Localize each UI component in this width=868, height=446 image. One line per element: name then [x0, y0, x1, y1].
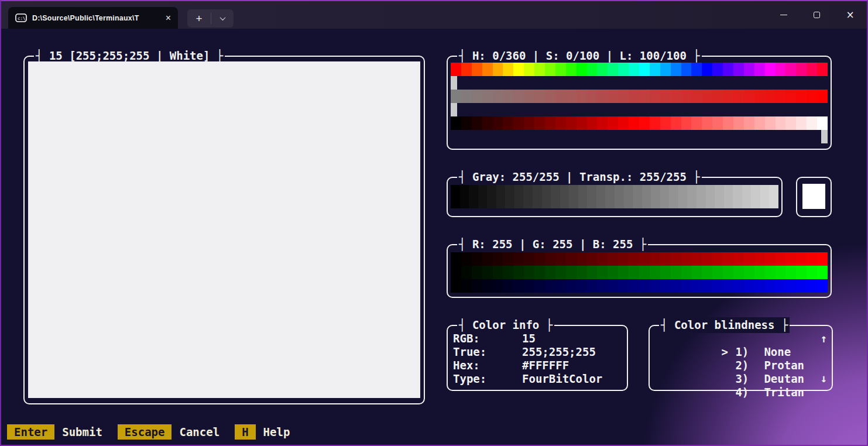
color-preview-swatch	[28, 61, 420, 398]
info-value: #FFFFFF	[522, 359, 569, 372]
new-tab-button[interactable]: +	[187, 13, 211, 24]
item-number: 1)	[735, 345, 764, 359]
info-label: RGB:	[453, 332, 522, 345]
svg-text:c:\: c:\	[18, 16, 26, 21]
selection-marker	[721, 386, 735, 399]
close-icon: ×	[846, 10, 854, 20]
gray-transparency-box: ┤ Gray: 255/255 | Transp.: 255/255 ├	[447, 177, 783, 217]
info-row-true: True:255;255;255	[453, 345, 625, 359]
info-value: 255;255;255	[522, 345, 596, 358]
hint-action-label: Help	[263, 424, 290, 440]
hue-slider-thumb[interactable]	[451, 76, 457, 90]
item-number: 2)	[735, 359, 764, 372]
escape-key-badge[interactable]: Escape	[118, 424, 172, 440]
item-number: 4)	[735, 386, 764, 399]
current-color-swatch	[802, 184, 825, 209]
color-info-rows: RGB:15 True:255;255;255 Hex:#FFFFFF Type…	[453, 332, 625, 386]
info-label: Hex:	[453, 359, 522, 372]
color-preview-box: ┤ 15 [255;255;255 | White] ├	[23, 56, 425, 404]
hint-help: H Help	[235, 424, 290, 440]
help-key-badge[interactable]: H	[235, 424, 255, 440]
titlebar: c:\ D:\Source\Public\Terminaux\T × + ×	[1, 1, 867, 29]
blindness-item-none[interactable]: >1)None	[654, 332, 804, 345]
maximize-icon	[814, 12, 820, 18]
hsl-sliders-box: ┤ H: 0/360 | S: 0/100 | L: 100/100 ├	[447, 56, 832, 150]
info-row-type: Type:FourBitColor	[453, 372, 625, 386]
info-value: FourBitColor	[522, 372, 602, 385]
item-label: Deutan	[764, 372, 804, 385]
info-value: 15	[522, 332, 536, 345]
hsl-title: ┤ H: 0/360 | S: 0/100 | L: 100/100 ├	[457, 48, 702, 64]
chevron-down-icon	[219, 15, 225, 20]
saturation-slider-thumb[interactable]	[451, 103, 457, 116]
hue-slider[interactable]	[451, 63, 828, 76]
red-slider[interactable]	[451, 252, 828, 266]
lightness-slider[interactable]	[451, 116, 828, 130]
terminal-window: c:\ D:\Source\Public\Terminaux\T × + × ┤…	[0, 0, 868, 446]
rgb-title: ┤ R: 255 | G: 255 | B: 255 ├	[457, 236, 648, 252]
info-label: True:	[453, 345, 522, 359]
color-blindness-title: ┤ Color blindness ├	[659, 317, 790, 333]
enter-key-badge[interactable]: Enter	[7, 424, 54, 440]
info-row-rgb: RGB:15	[453, 332, 625, 345]
keybinding-hints: Enter Submit Escape Cancel H Help	[7, 424, 290, 440]
scroll-down-icon[interactable]: ↓	[821, 372, 827, 385]
window-controls: ×	[767, 1, 867, 29]
selection-marker: >	[721, 345, 735, 359]
info-label: Type:	[453, 372, 522, 386]
blue-slider[interactable]	[451, 279, 828, 293]
new-tab-controls: +	[187, 9, 234, 28]
tab-title: D:\Source\Public\Terminaux\T	[32, 14, 139, 22]
hint-cancel: Escape Cancel	[118, 424, 219, 440]
gray-slider[interactable]	[451, 185, 778, 208]
hint-action-label: Cancel	[179, 424, 219, 440]
color-blindness-list: >1)None 2)Protan 3)Deutan 4)Tritan	[654, 332, 804, 386]
current-color-swatch-box	[796, 177, 832, 217]
terminal-content: ┤ 15 [255;255;255 | White] ├ ┤ H: 0/360 …	[1, 29, 867, 445]
command-prompt-icon: c:\	[15, 13, 27, 22]
item-label: Protan	[764, 359, 804, 372]
minimize-button[interactable]	[767, 1, 800, 29]
selection-marker	[721, 372, 735, 386]
tab-close-icon[interactable]: ×	[166, 13, 171, 23]
item-label: None	[764, 345, 791, 358]
color-info-box: ┤ Color info ├ RGB:15 True:255;255;255 H…	[447, 325, 628, 391]
item-label: Tritan	[764, 386, 804, 399]
minimize-icon	[780, 15, 787, 15]
gray-title: ┤ Gray: 255/255 | Transp.: 255/255 ├	[457, 169, 702, 185]
color-blindness-box: ┤ Color blindness ├ >1)None 2)Protan 3)D…	[649, 325, 833, 391]
tab-dropdown-button[interactable]	[211, 16, 234, 20]
saturation-slider[interactable]	[451, 90, 828, 103]
info-row-hex: Hex:#FFFFFF	[453, 359, 625, 372]
lightness-slider-thumb[interactable]	[821, 130, 828, 143]
green-slider[interactable]	[451, 266, 828, 279]
hint-submit: Enter Submit	[7, 424, 102, 440]
rgb-sliders-box: ┤ R: 255 | G: 255 | B: 255 ├	[447, 244, 832, 298]
terminal-tab[interactable]: c:\ D:\Source\Public\Terminaux\T ×	[8, 7, 178, 29]
selection-marker	[721, 359, 735, 372]
scroll-up-icon[interactable]: ↑	[821, 332, 827, 345]
close-button[interactable]: ×	[833, 1, 867, 29]
item-number: 3)	[735, 372, 764, 386]
hint-action-label: Submit	[62, 424, 102, 440]
color-info-title: ┤ Color info ├	[457, 317, 554, 333]
maximize-button[interactable]	[800, 1, 833, 29]
